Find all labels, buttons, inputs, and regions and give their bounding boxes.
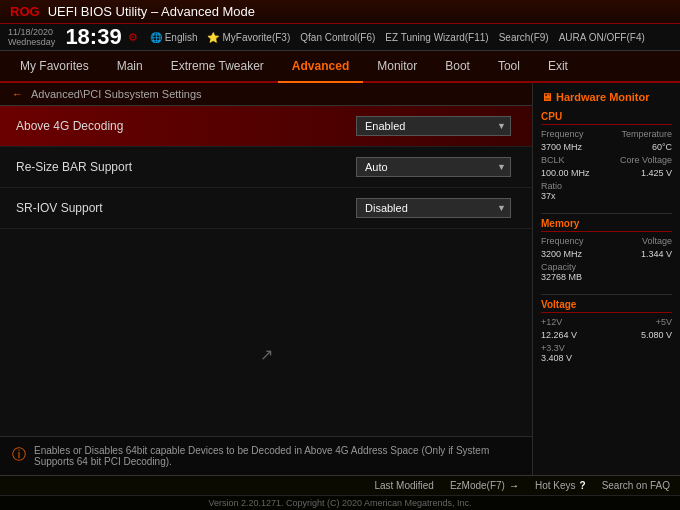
tab-exit[interactable]: Exit — [534, 51, 582, 83]
language-icon: 🌐 — [150, 32, 162, 43]
empty-space: ↗ — [0, 271, 532, 436]
hw-capacity-val: 32768 MB — [541, 272, 672, 282]
hw-core-volt-label: Core Voltage — [620, 155, 672, 165]
settings-gear-icon[interactable]: ⚙ — [128, 31, 138, 44]
app-container: ROG UEFI BIOS Utility – Advanced Mode 11… — [0, 0, 680, 510]
bottom-info: ⓘ Enables or Disables 64bit capable Devi… — [0, 436, 532, 475]
ez-mode-arrow: → — [509, 480, 519, 491]
ez-mode-label: EzMode(F7) — [450, 480, 505, 491]
back-arrow-icon[interactable]: ← — [12, 88, 23, 100]
info-aura[interactable]: AURA ON/OFF(F4) — [559, 32, 645, 43]
info-qfan[interactable]: Qfan Control(F6) — [300, 32, 375, 43]
left-content: ← Advanced\PCI Subsystem Settings Above … — [0, 83, 532, 475]
tab-boot[interactable]: Boot — [431, 51, 484, 83]
sr-iov-select[interactable]: Disabled Enabled — [356, 198, 511, 218]
hw-ratio-val: 37x — [541, 191, 672, 201]
hw-5v-label: +5V — [656, 317, 672, 327]
tab-monitor[interactable]: Monitor — [363, 51, 431, 83]
hw-mem-volt-val: 1.344 V — [641, 249, 672, 259]
hw-monitor-title: 🖥 Hardware Monitor — [541, 91, 672, 103]
info-search[interactable]: Search(F9) — [499, 32, 549, 43]
hw-bclk-label: BCLK — [541, 155, 565, 165]
search-label: Search(F9) — [499, 32, 549, 43]
tab-main[interactable]: Main — [103, 51, 157, 83]
hw-12v-val: 12.264 V — [541, 330, 577, 340]
resize-bar-label: Re-Size BAR Support — [16, 160, 356, 174]
hw-mem-freq-val-row: 3200 MHz 1.344 V — [541, 249, 672, 259]
hw-cpu-freq-val: 3700 MHz — [541, 142, 582, 152]
hw-cpu-freq-row: Frequency Temperature — [541, 129, 672, 139]
hw-cpu-temp-val: 60°C — [652, 142, 672, 152]
above4g-label: Above 4G Decoding — [16, 119, 356, 133]
above4g-dropdown-wrapper: Enabled Disabled — [356, 116, 511, 136]
ez-tuning-label: EZ Tuning Wizard(F11) — [385, 32, 488, 43]
breadcrumb: ← Advanced\PCI Subsystem Settings — [0, 83, 532, 106]
hw-12v-label: +12V — [541, 317, 562, 327]
hw-voltage-title: Voltage — [541, 299, 672, 313]
hw-bclk-val-row: 100.00 MHz 1.425 V — [541, 168, 672, 178]
nav-bar: My Favorites Main Extreme Tweaker Advanc… — [0, 51, 680, 83]
info-ez-tuning[interactable]: EZ Tuning Wizard(F11) — [385, 32, 488, 43]
info-language[interactable]: 🌐 English — [150, 32, 198, 43]
hw-capacity-label: Capacity — [541, 262, 672, 272]
search-faq-label: Search on FAQ — [602, 480, 670, 491]
language-label: English — [165, 32, 198, 43]
bottom-info-text: Enables or Disables 64bit capable Device… — [34, 445, 520, 467]
resize-bar-value: Auto Enabled Disabled — [356, 157, 516, 177]
info-bar: 11/18/2020 Wednesday 18:39 ⚙ 🌐 English ⭐… — [0, 24, 680, 51]
hw-core-volt-val: 1.425 V — [641, 168, 672, 178]
hw-5v-val: 5.080 V — [641, 330, 672, 340]
favorite-label: MyFavorite(F3) — [222, 32, 290, 43]
hw-memory-title: Memory — [541, 218, 672, 232]
hw-3v3-label: +3.3V — [541, 343, 672, 353]
above4g-select[interactable]: Enabled Disabled — [356, 116, 511, 136]
last-modified-label: Last Modified — [374, 480, 433, 491]
tab-tool[interactable]: Tool — [484, 51, 534, 83]
resize-bar-dropdown-wrapper: Auto Enabled Disabled — [356, 157, 511, 177]
footer-hot-keys[interactable]: Hot Keys ? — [535, 480, 586, 491]
tab-extreme-tweaker[interactable]: Extreme Tweaker — [157, 51, 278, 83]
hot-keys-label: Hot Keys — [535, 480, 576, 491]
favorite-icon: ⭐ — [207, 32, 219, 43]
hw-mem-freq-val: 3200 MHz — [541, 249, 582, 259]
footer-ez-mode[interactable]: EzMode(F7) → — [450, 480, 519, 491]
footer: Last Modified EzMode(F7) → Hot Keys ? Se… — [0, 475, 680, 495]
rog-logo: ROG — [10, 4, 40, 19]
settings-list: Above 4G Decoding Enabled Disabled Re-Si… — [0, 106, 532, 271]
title-bar: ROG UEFI BIOS Utility – Advanced Mode — [0, 0, 680, 24]
hardware-monitor-panel: 🖥 Hardware Monitor CPU Frequency Tempera… — [532, 83, 680, 475]
hw-cpu-temp-label: Temperature — [621, 129, 672, 139]
sr-iov-dropdown-wrapper: Disabled Enabled — [356, 198, 511, 218]
hw-mem-freq-label: Frequency — [541, 236, 584, 246]
info-favorite[interactable]: ⭐ MyFavorite(F3) — [207, 32, 290, 43]
resize-bar-select[interactable]: Auto Enabled Disabled — [356, 157, 511, 177]
hw-cpu-freq-val-row: 3700 MHz 60°C — [541, 142, 672, 152]
date-display: 11/18/2020 Wednesday — [8, 27, 55, 47]
setting-row-resize-bar[interactable]: Re-Size BAR Support Auto Enabled Disable… — [0, 147, 532, 188]
footer-last-modified[interactable]: Last Modified — [374, 480, 433, 491]
tab-my-favorites[interactable]: My Favorites — [6, 51, 103, 83]
hw-ratio-label: Ratio — [541, 181, 672, 191]
hw-mem-freq-row: Frequency Voltage — [541, 236, 672, 246]
hot-keys-key: ? — [580, 480, 586, 491]
hw-bclk-row: BCLK Core Voltage — [541, 155, 672, 165]
tab-advanced[interactable]: Advanced — [278, 51, 363, 83]
above4g-value: Enabled Disabled — [356, 116, 516, 136]
qfan-label: Qfan Control(F6) — [300, 32, 375, 43]
version-text: Version 2.20.1271. Copyright (C) 2020 Am… — [208, 498, 471, 508]
hw-monitor-icon: 🖥 — [541, 91, 552, 103]
setting-row-sr-iov[interactable]: SR-IOV Support Disabled Enabled — [0, 188, 532, 229]
footer-search-faq[interactable]: Search on FAQ — [602, 480, 670, 491]
hw-3v3-val: 3.408 V — [541, 353, 672, 363]
hw-divider-1 — [541, 213, 672, 214]
sr-iov-value: Disabled Enabled — [356, 198, 516, 218]
hw-mem-volt-label: Voltage — [642, 236, 672, 246]
hw-cpu-title: CPU — [541, 111, 672, 125]
content-area: ← Advanced\PCI Subsystem Settings Above … — [0, 83, 680, 475]
app-title: UEFI BIOS Utility – Advanced Mode — [48, 4, 255, 19]
breadcrumb-path: Advanced\PCI Subsystem Settings — [31, 88, 202, 100]
hw-cpu-section: CPU Frequency Temperature 3700 MHz 60°C … — [541, 111, 672, 201]
version-bar: Version 2.20.1271. Copyright (C) 2020 Am… — [0, 495, 680, 510]
setting-row-above4g[interactable]: Above 4G Decoding Enabled Disabled — [0, 106, 532, 147]
cursor-indicator: ↗ — [260, 344, 273, 363]
